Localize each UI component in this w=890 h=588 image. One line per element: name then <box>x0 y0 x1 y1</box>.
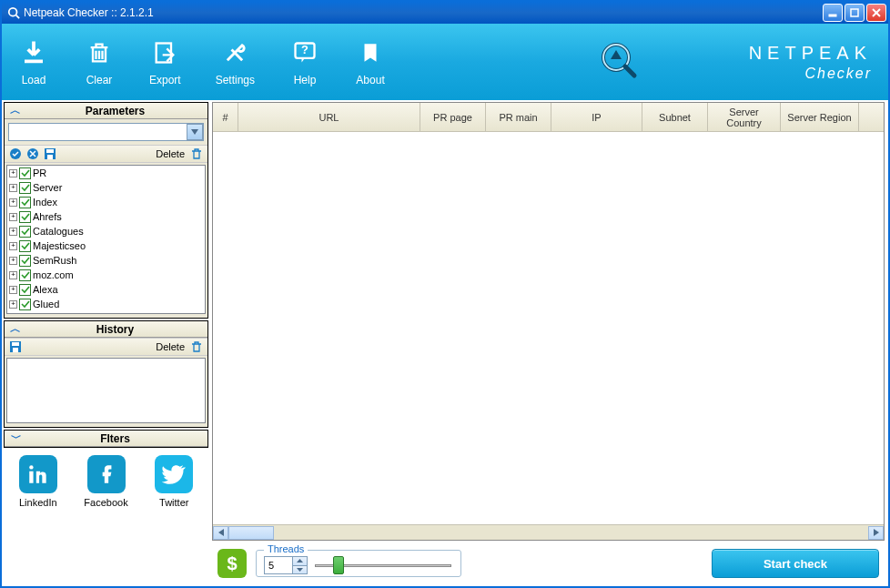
clear-button[interactable]: Clear <box>84 37 115 86</box>
tree-item[interactable]: +Ahrefs <box>7 209 205 224</box>
checkbox[interactable] <box>19 284 31 296</box>
facebook-link[interactable]: Facebook <box>84 455 127 508</box>
sidebar: ︿ Parameters Delete +PR+Server+Index+Ahr… <box>2 100 210 586</box>
column-header[interactable]: Server Country <box>708 103 781 131</box>
tools-icon <box>222 40 248 66</box>
threads-input[interactable] <box>265 557 292 573</box>
save-icon[interactable] <box>43 147 57 161</box>
tree-item[interactable]: +Mention <box>7 311 205 314</box>
linkedin-link[interactable]: LinkedIn <box>19 455 57 508</box>
pricing-icon[interactable]: $ <box>217 549 247 578</box>
export-button[interactable]: Export <box>149 37 181 86</box>
column-header[interactable]: Server Region <box>781 103 859 131</box>
filters-header[interactable]: ︿ FIters <box>5 431 207 447</box>
checkbox[interactable] <box>19 299 31 310</box>
expand-icon[interactable]: + <box>9 300 17 309</box>
close-button[interactable] <box>866 4 886 22</box>
checkbox[interactable] <box>19 211 31 223</box>
slider-thumb[interactable] <box>333 556 344 574</box>
column-header[interactable]: # <box>213 103 238 131</box>
expand-icon[interactable]: + <box>9 228 17 236</box>
scroll-thumb[interactable] <box>228 526 274 540</box>
expand-icon[interactable]: + <box>9 184 17 192</box>
tree-item[interactable]: +Catalogues <box>7 224 205 238</box>
expand-icon[interactable]: + <box>9 169 17 177</box>
grid-body[interactable] <box>213 132 884 524</box>
expand-icon[interactable]: + <box>9 242 17 250</box>
uncheck-all-icon[interactable] <box>25 147 40 161</box>
checkbox[interactable] <box>19 226 31 238</box>
expand-icon[interactable]: + <box>9 198 17 207</box>
magnifier-logo-icon <box>596 39 640 85</box>
filters-panel: ︿ FIters <box>4 430 208 448</box>
tree-item[interactable]: +Index <box>7 195 205 209</box>
tree-label: Glued <box>33 299 59 309</box>
help-icon: ? <box>292 40 318 66</box>
spin-up-button[interactable] <box>292 557 307 565</box>
save-icon[interactable] <box>8 340 23 354</box>
settings-button[interactable]: Settings <box>216 37 255 86</box>
maximize-button[interactable] <box>844 4 865 22</box>
delete-icon[interactable] <box>189 147 204 161</box>
svg-rect-3 <box>851 9 858 16</box>
twitter-link[interactable]: Twitter <box>155 455 193 508</box>
history-header[interactable]: ︿ History <box>5 321 207 338</box>
expand-icon[interactable]: + <box>9 286 17 294</box>
tree-item[interactable]: +Alexa <box>7 282 205 297</box>
checkbox[interactable] <box>19 255 31 267</box>
tree-item[interactable]: +Server <box>7 180 205 195</box>
bottom-bar: $ Threads Start check <box>212 541 885 583</box>
scroll-left-button[interactable] <box>213 526 228 540</box>
parameters-header[interactable]: ︿ Parameters <box>5 103 207 119</box>
window-title: Netpeak Checker :: 2.1.2.1 <box>24 6 823 19</box>
delete-icon[interactable] <box>189 340 204 354</box>
tree-item[interactable]: +Glued <box>7 297 205 311</box>
tree-label: Server <box>33 182 62 193</box>
column-header[interactable]: URL <box>238 103 420 131</box>
parameters-tree[interactable]: +PR+Server+Index+Ahrefs+Catalogues+Majes… <box>6 165 206 314</box>
horizontal-scrollbar[interactable] <box>213 524 884 540</box>
scroll-right-button[interactable] <box>868 526 884 540</box>
threads-label: Threads <box>264 543 308 554</box>
tree-item[interactable]: +PR <box>7 166 205 180</box>
start-check-button[interactable]: Start check <box>712 549 879 578</box>
help-button[interactable]: ? Help <box>289 37 320 86</box>
dropdown-arrow-icon[interactable] <box>187 124 203 140</box>
collapse-icon[interactable]: ︿ <box>10 321 21 337</box>
about-button[interactable]: About <box>355 37 386 86</box>
tree-label: moz.com <box>33 269 74 280</box>
column-header[interactable]: Subnet <box>642 103 708 131</box>
threads-spinner[interactable] <box>264 556 308 574</box>
history-list[interactable] <box>6 358 206 423</box>
load-button[interactable]: Load <box>18 37 49 86</box>
main-toolbar: Load Clear Export Settings ? Help About … <box>2 24 888 100</box>
expand-icon[interactable]: ︿ <box>10 431 21 446</box>
svg-line-1 <box>16 15 20 19</box>
tree-item[interactable]: +Majesticseo <box>7 238 205 253</box>
expand-icon[interactable]: + <box>9 257 17 265</box>
column-header[interactable]: PR page <box>420 103 486 131</box>
checkbox[interactable] <box>19 269 31 281</box>
check-all-icon[interactable] <box>8 147 23 161</box>
spin-down-button[interactable] <box>292 565 307 574</box>
tree-label: Catalogues <box>33 226 84 237</box>
checkbox[interactable] <box>19 313 31 315</box>
minimize-button[interactable] <box>823 4 843 22</box>
parameters-dropdown[interactable] <box>8 123 204 141</box>
svg-line-12 <box>625 66 634 76</box>
results-grid: #URLPR pagePR mainIPSubnetServer Country… <box>212 102 885 541</box>
tree-label: Index <box>33 197 57 208</box>
checkbox[interactable] <box>19 182 31 194</box>
tree-item[interactable]: +SemRush <box>7 253 205 268</box>
expand-icon[interactable]: + <box>9 213 17 221</box>
collapse-icon[interactable]: ︿ <box>10 103 21 118</box>
checkbox[interactable] <box>19 167 31 179</box>
column-header[interactable]: PR main <box>486 103 551 131</box>
svg-point-22 <box>29 465 33 469</box>
checkbox[interactable] <box>19 240 31 252</box>
tree-item[interactable]: +moz.com <box>7 268 205 282</box>
threads-slider[interactable] <box>315 556 451 574</box>
checkbox[interactable] <box>19 197 31 208</box>
column-header[interactable]: IP <box>551 103 642 131</box>
expand-icon[interactable]: + <box>9 271 17 279</box>
